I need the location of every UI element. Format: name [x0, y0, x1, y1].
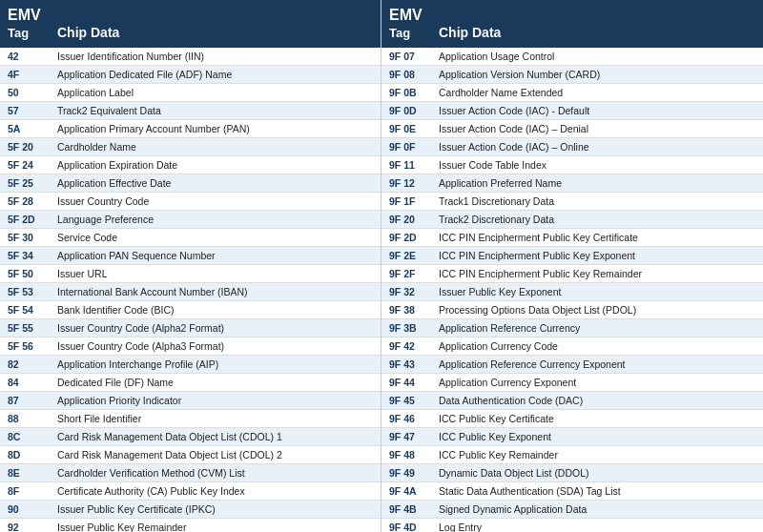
table-row: 5AApplication Primary Account Number (PA…: [0, 120, 381, 138]
tag-cell: 90: [4, 502, 53, 516]
table-row: 9F 44Application Currency Exponent: [382, 374, 763, 392]
data-cell: Issuer Country Code (Alpha2 Format): [53, 321, 377, 335]
table-row: 5F 34Application PAN Sequence Number: [0, 247, 381, 265]
tag-cell: 5F 54: [4, 303, 53, 317]
data-cell: Dynamic Data Object List (DDOL): [435, 466, 759, 480]
data-cell: Application Usage Control: [435, 50, 759, 63]
tag-cell: 5F 20: [4, 140, 53, 153]
tag-cell: 9F 47: [385, 430, 435, 443]
data-cell: Application PAN Sequence Number: [53, 249, 377, 262]
table-row: 9F 49Dynamic Data Object List (DDOL): [382, 464, 763, 482]
data-cell: Signed Dynamic Application Data: [435, 502, 759, 516]
table-row: 88Short File Identifier: [0, 410, 381, 428]
tag-cell: 88: [4, 412, 53, 425]
table-row: 9F 2FICC PIN Encipherment Public Key Rem…: [382, 265, 763, 283]
tag-cell: 8F: [4, 484, 53, 498]
table-row: 9F 0DIssuer Action Code (IAC) - Default: [382, 102, 763, 120]
data-cell: Issuer Public Key Exponent: [435, 285, 759, 298]
table-row: 9F 38Processing Options Data Object List…: [382, 301, 763, 319]
tag-cell: 9F 49: [385, 466, 435, 480]
table-row: 5F 24Application Expiration Date: [0, 156, 381, 174]
tag-cell: 5A: [4, 122, 53, 135]
table-row: 8FCertificate Authority (CA) Public Key …: [0, 482, 381, 501]
data-cell: Dedicated File (DF) Name: [53, 376, 377, 389]
table-row: 9F 47ICC Public Key Exponent: [382, 428, 763, 446]
data-cell: Bank Identifier Code (BIC): [53, 303, 377, 317]
table-row: 9F 0FIssuer Action Code (IAC) – Online: [382, 138, 763, 156]
table-row: 90Issuer Public Key Certificate (IPKC): [0, 501, 381, 519]
data-cell: Application Primary Account Number (PAN): [53, 122, 377, 135]
data-cell: Cardholder Verification Method (CVM) Lis…: [53, 466, 377, 480]
tag-cell: 9F 20: [385, 213, 435, 226]
tag-cell: 84: [4, 376, 53, 389]
left-panel: EMV Tag Chip Data 42Issuer Identificatio…: [0, 0, 382, 532]
tag-cell: 9F 0D: [385, 104, 435, 117]
tag-cell: 8E: [4, 466, 53, 480]
table-row: 57Track2 Equivalent Data: [0, 102, 381, 120]
data-cell: Application Label: [53, 86, 377, 99]
tag-cell: 5F 50: [4, 267, 53, 280]
table-row: 9F 4AStatic Data Authentication (SDA) Ta…: [382, 482, 763, 501]
tag-cell: 9F 46: [385, 412, 435, 425]
data-cell: ICC Public Key Certificate: [435, 412, 759, 425]
data-cell: Issuer Public Key Certificate (IPKC): [53, 502, 377, 516]
data-cell: Processing Options Data Object List (PDO…: [435, 303, 759, 317]
data-cell: Service Code: [53, 231, 377, 244]
data-cell: Application Currency Code: [435, 339, 759, 353]
tag-cell: 5F 24: [4, 158, 53, 172]
tag-cell: 92: [4, 521, 53, 532]
data-cell: Issuer Public Key Remainder: [53, 521, 377, 532]
tag-cell: 9F 0E: [385, 122, 435, 135]
table-row: 9F 45Data Authentication Code (DAC): [382, 392, 763, 410]
tag-cell: 9F 32: [385, 285, 435, 298]
data-cell: Application Preferred Name: [435, 176, 759, 190]
tag-cell: 5F 55: [4, 321, 53, 335]
data-cell: Application Version Number (CARD): [435, 68, 759, 81]
table-row: 9F 07Application Usage Control: [382, 48, 763, 66]
table-row: 5F 2DLanguage Preference: [0, 211, 381, 229]
tag-cell: 9F 4B: [385, 502, 435, 516]
tag-cell: 50: [4, 86, 53, 99]
data-cell: Short File Identifier: [53, 412, 377, 425]
data-cell: Log Entry: [435, 521, 759, 532]
data-cell: ICC Public Key Exponent: [435, 430, 759, 443]
table-row: 5F 30Service Code: [0, 229, 381, 247]
tag-cell: 87: [4, 394, 53, 407]
table-row: 9F 42Application Currency Code: [382, 338, 763, 356]
table-row: 9F 43Application Reference Currency Expo…: [382, 356, 763, 374]
tag-cell: 8C: [4, 430, 53, 443]
left-data-header: Chip Data: [53, 24, 377, 42]
tag-cell: 5F 25: [4, 176, 53, 190]
tag-cell: 5F 30: [4, 231, 53, 244]
tag-cell: 9F 08: [385, 68, 435, 81]
data-cell: Issuer URL: [53, 267, 377, 280]
data-cell: ICC PIN Encipherment Public Key Exponent: [435, 249, 759, 262]
tag-cell: 42: [4, 50, 53, 63]
right-header: EMV Tag Chip Data: [382, 0, 763, 48]
tag-cell: 9F 12: [385, 176, 435, 190]
table-row: 9F 0EIssuer Action Code (IAC) – Denial: [382, 120, 763, 138]
data-cell: Issuer Action Code (IAC) - Default: [435, 104, 759, 117]
tag-cell: 9F 3B: [385, 321, 435, 335]
data-cell: Application Reference Currency Exponent: [435, 358, 759, 371]
main-container: EMV Tag Chip Data 42Issuer Identificatio…: [0, 0, 763, 532]
table-row: 9F 08Application Version Number (CARD): [382, 66, 763, 84]
tag-cell: 9F 42: [385, 339, 435, 353]
data-cell: Issuer Action Code (IAC) – Online: [435, 140, 759, 153]
data-cell: International Bank Account Number (IBAN): [53, 285, 377, 298]
table-row: 9F 0BCardholder Name Extended: [382, 84, 763, 102]
table-row: 9F 3BApplication Reference Currency: [382, 319, 763, 338]
data-cell: ICC PIN Encipherment Public Key Remainde…: [435, 267, 759, 280]
right-tag-header: EMV Tag: [385, 6, 435, 42]
table-row: 9F 46ICC Public Key Certificate: [382, 410, 763, 428]
table-row: 82Application Interchange Profile (AIP): [0, 356, 381, 374]
tag-cell: 8D: [4, 448, 53, 461]
table-row: 5F 55Issuer Country Code (Alpha2 Format): [0, 319, 381, 338]
table-row: 5F 53International Bank Account Number (…: [0, 283, 381, 301]
table-row: 8CCard Risk Management Data Object List …: [0, 428, 381, 446]
tag-cell: 9F 4A: [385, 484, 435, 498]
data-cell: Cardholder Name: [53, 140, 377, 153]
table-row: 5F 25Application Effective Date: [0, 174, 381, 193]
data-cell: Issuer Action Code (IAC) – Denial: [435, 122, 759, 135]
tag-cell: 9F 45: [385, 394, 435, 407]
